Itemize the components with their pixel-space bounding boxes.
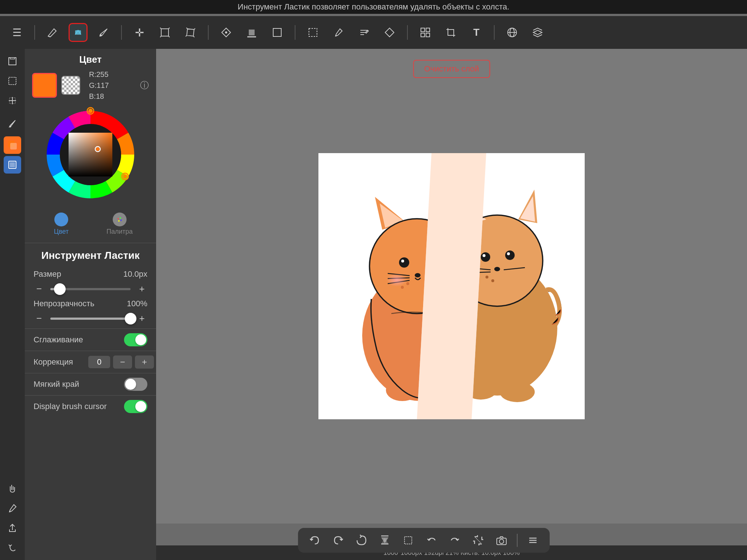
color-wheel-wrapper[interactable] xyxy=(41,105,140,204)
flip-vertical-icon[interactable] xyxy=(377,532,393,548)
pencil-icon[interactable] xyxy=(43,23,62,42)
svg-rect-9 xyxy=(421,33,425,37)
correction-minus-btn[interactable]: − xyxy=(113,355,132,369)
svg-point-37 xyxy=(118,220,120,222)
secondary-color-swatch[interactable] xyxy=(61,76,80,95)
size-slider-thumb[interactable] xyxy=(54,283,66,295)
svg-point-81 xyxy=(500,382,535,402)
clear-layer-button[interactable]: Очистить слой xyxy=(413,60,490,78)
layers-stack-icon[interactable] xyxy=(528,23,547,42)
opacity-slider-row: − + xyxy=(25,311,156,326)
color-wheel-container[interactable] xyxy=(25,105,156,204)
svg-rect-21 xyxy=(10,162,15,167)
bottom-divider xyxy=(517,534,518,547)
hamburger-bottom-icon[interactable] xyxy=(525,532,541,548)
color-tab[interactable]: Цвет xyxy=(32,210,90,238)
size-minus-btn[interactable]: − xyxy=(34,283,44,295)
smoothing-thumb xyxy=(135,334,146,345)
globe-icon[interactable] xyxy=(503,23,522,42)
r-value: R:255 xyxy=(89,69,109,80)
diamond2-icon[interactable] xyxy=(380,23,399,42)
edit-lines-icon[interactable] xyxy=(355,23,374,42)
eraser-active-icon[interactable] xyxy=(69,23,88,42)
rect-shape-icon[interactable] xyxy=(268,23,287,42)
toolbar-separator-6 xyxy=(494,25,495,40)
toolbar-separator-2 xyxy=(121,25,122,40)
eyedropper-tool-icon[interactable] xyxy=(4,499,21,517)
svg-point-61 xyxy=(401,286,404,289)
bucket-icon[interactable] xyxy=(217,23,236,42)
dashed-select-icon[interactable] xyxy=(4,72,21,90)
panel-divider-5 xyxy=(25,395,156,396)
brush-cursor-row: Display brush cursor xyxy=(25,398,156,415)
svg-rect-5 xyxy=(309,28,317,36)
svg-point-70 xyxy=(481,252,490,262)
soft-edge-toggle[interactable] xyxy=(124,378,147,391)
bottom-toolbar xyxy=(298,528,550,553)
correction-plus-btn[interactable]: + xyxy=(135,355,154,369)
selection-icon[interactable] xyxy=(303,23,322,42)
size-plus-btn[interactable]: + xyxy=(136,283,147,295)
svg-point-6 xyxy=(335,35,337,36)
svg-point-74 xyxy=(494,267,500,271)
move-icon[interactable]: ✛ xyxy=(130,23,149,42)
svg-point-27 xyxy=(96,147,100,151)
svg-point-48 xyxy=(399,257,409,268)
brush-tool-icon[interactable] xyxy=(4,115,21,133)
correction-value: 0 xyxy=(88,356,110,368)
hand-tool-icon[interactable] xyxy=(4,480,21,497)
opacity-minus-btn[interactable]: − xyxy=(34,313,44,324)
svg-point-72 xyxy=(505,250,515,260)
layers-grid-icon[interactable] xyxy=(416,23,435,42)
svg-point-31 xyxy=(123,174,127,179)
size-slider-track[interactable] xyxy=(50,288,131,290)
panel-divider-4 xyxy=(25,373,156,373)
undo-bottom-icon[interactable] xyxy=(307,532,323,548)
guides-icon[interactable] xyxy=(4,92,21,109)
rotate-cw-bottom-icon[interactable] xyxy=(447,532,463,548)
brush-cursor-toggle[interactable] xyxy=(124,400,147,413)
free-transform-icon[interactable] xyxy=(181,23,200,42)
svg-rect-19 xyxy=(10,143,17,149)
transform-icon[interactable] xyxy=(155,23,174,42)
text-icon[interactable]: T xyxy=(467,23,486,42)
brush-cursor-label: Display brush cursor xyxy=(34,402,107,411)
rotate-ccw-bottom-icon[interactable] xyxy=(423,532,440,548)
share-icon[interactable] xyxy=(4,519,21,537)
camera-bottom-icon[interactable] xyxy=(494,532,510,548)
svg-rect-2 xyxy=(161,29,169,36)
redo-bottom-icon[interactable] xyxy=(330,532,346,548)
rotate-canvas-icon[interactable] xyxy=(353,532,369,548)
notification-text: Инструмент Ластик позволяет пользователя… xyxy=(238,2,510,11)
size-slider-row: − + xyxy=(25,281,156,297)
palette-tab[interactable]: Палитра xyxy=(90,210,149,238)
fill-icon[interactable] xyxy=(242,23,261,42)
svg-point-87 xyxy=(499,539,504,544)
opacity-plus-btn[interactable]: + xyxy=(136,313,147,324)
svg-rect-85 xyxy=(405,537,412,544)
smoothing-toggle[interactable] xyxy=(124,333,147,346)
opacity-slider-thumb[interactable] xyxy=(125,313,136,324)
notification-bar: Инструмент Ластик позволяет пользователя… xyxy=(0,0,747,14)
primary-color-swatch[interactable] xyxy=(32,73,57,98)
brush-select-icon[interactable] xyxy=(94,23,113,42)
drawing-canvas[interactable] xyxy=(318,153,585,419)
canvas-preview-icon[interactable] xyxy=(4,156,21,174)
crop-icon[interactable] xyxy=(441,23,460,42)
soft-edge-thumb xyxy=(125,379,136,390)
svg-point-17 xyxy=(9,126,11,128)
palette-tab-circle xyxy=(113,213,127,226)
eyedropper-icon[interactable] xyxy=(329,23,348,42)
opacity-setting-row: Непрозрачность 100% xyxy=(25,297,156,311)
flip-diagonal-icon[interactable] xyxy=(470,532,486,548)
select-rect-bottom-icon[interactable] xyxy=(400,532,416,548)
svg-rect-25 xyxy=(69,133,112,176)
undo-side-icon[interactable] xyxy=(4,539,21,556)
tool-title: Инструмент Ластик xyxy=(25,245,156,267)
color-swatch-icon[interactable] xyxy=(4,136,21,154)
info-icon[interactable]: ⓘ xyxy=(140,79,149,91)
menu-icon[interactable]: ☰ xyxy=(7,23,26,42)
new-canvas-icon[interactable] xyxy=(4,52,21,70)
opacity-slider-track[interactable] xyxy=(50,318,131,320)
smoothing-row: Сглаживание xyxy=(25,331,156,349)
